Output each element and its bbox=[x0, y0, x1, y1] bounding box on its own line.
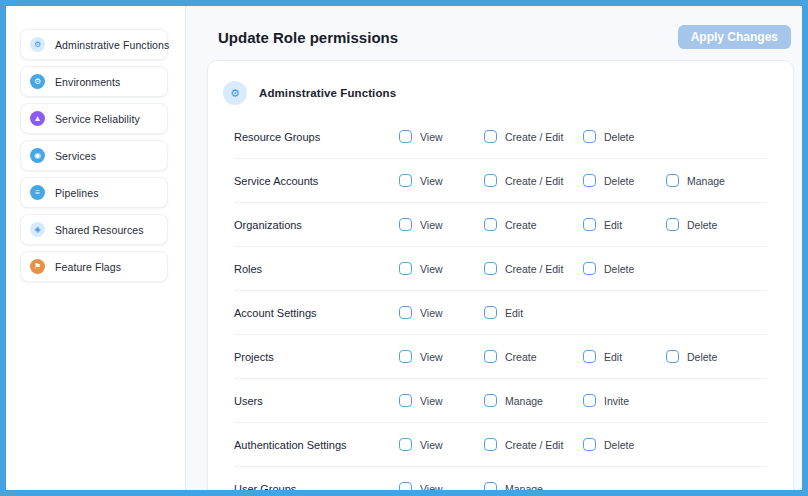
sidebar-item-environments[interactable]: ⚙ Environments bbox=[20, 66, 168, 97]
checkbox-label: View bbox=[420, 263, 443, 275]
checkbox-user-groups-view[interactable] bbox=[399, 482, 412, 495]
checkbox-label: Delete bbox=[604, 439, 634, 451]
permission-option: Edit bbox=[583, 350, 666, 363]
checkbox-projects-edit[interactable] bbox=[583, 350, 596, 363]
checkbox-roles-delete[interactable] bbox=[583, 262, 596, 275]
environments-icon: ⚙ bbox=[30, 74, 45, 89]
checkbox-resource-groups-delete[interactable] bbox=[583, 130, 596, 143]
checkbox-resource-groups-create-edit[interactable] bbox=[484, 130, 497, 143]
checkbox-authentication-settings-view[interactable] bbox=[399, 438, 412, 451]
checkbox-label: Delete bbox=[687, 219, 717, 231]
checkbox-users-invite[interactable] bbox=[583, 394, 596, 407]
apply-changes-button[interactable]: Apply Changes bbox=[678, 25, 791, 49]
checkbox-account-settings-view[interactable] bbox=[399, 306, 412, 319]
checkbox-label: Delete bbox=[604, 175, 634, 187]
permissions-card: ⚙ Adminstrative Functions Resource Group… bbox=[207, 60, 794, 496]
checkbox-organizations-create[interactable] bbox=[484, 218, 497, 231]
checkbox-label: Create bbox=[505, 219, 537, 231]
permission-option: View bbox=[399, 394, 484, 407]
permission-row-label: Service Accounts bbox=[234, 175, 399, 187]
permission-row-label: Projects bbox=[234, 351, 399, 363]
permission-option: Create / Edit bbox=[484, 174, 583, 187]
checkbox-label: Invite bbox=[604, 395, 629, 407]
checkbox-service-accounts-manage[interactable] bbox=[666, 174, 679, 187]
checkbox-label: Delete bbox=[604, 263, 634, 275]
checkbox-resource-groups-view[interactable] bbox=[399, 130, 412, 143]
checkbox-label: View bbox=[420, 351, 443, 363]
checkbox-organizations-delete[interactable] bbox=[666, 218, 679, 231]
permission-option: Create bbox=[484, 350, 583, 363]
permission-option: Create / Edit bbox=[484, 262, 583, 275]
sidebar-item-service-reliability[interactable]: ▲ Service Reliability bbox=[20, 103, 168, 134]
permission-row-authentication-settings: Authentication Settings View Create / Ed… bbox=[234, 423, 767, 467]
permission-row-projects: Projects View Create Edit Delete bbox=[234, 335, 767, 379]
app-window: ⚙ Adminstrative Functions ⚙ Environments… bbox=[0, 0, 808, 496]
checkbox-projects-create[interactable] bbox=[484, 350, 497, 363]
checkbox-users-manage[interactable] bbox=[484, 394, 497, 407]
permission-option: Delete bbox=[583, 438, 666, 451]
permission-option: View bbox=[399, 262, 484, 275]
permission-row-account-settings: Account Settings View Edit bbox=[234, 291, 767, 335]
checkbox-account-settings-edit[interactable] bbox=[484, 306, 497, 319]
sidebar-item-label: Shared Resources bbox=[55, 224, 144, 236]
permission-option: View bbox=[399, 350, 484, 363]
permission-option: Delete bbox=[666, 218, 767, 231]
permission-option: Edit bbox=[484, 306, 583, 319]
pipelines-icon: ≡ bbox=[30, 185, 45, 200]
checkbox-label: View bbox=[420, 307, 443, 319]
sidebar-item-feature-flags[interactable]: ⚑ Feature Flags bbox=[20, 251, 168, 282]
checkbox-label: Manage bbox=[505, 395, 543, 407]
checkbox-projects-delete[interactable] bbox=[666, 350, 679, 363]
checkbox-service-accounts-create-edit[interactable] bbox=[484, 174, 497, 187]
permission-option: View bbox=[399, 130, 484, 143]
page-title: Update Role permissions bbox=[218, 29, 398, 46]
checkbox-service-accounts-delete[interactable] bbox=[583, 174, 596, 187]
sidebar-item-adminstrative-functions[interactable]: ⚙ Adminstrative Functions bbox=[20, 29, 168, 60]
permission-option: Create / Edit bbox=[484, 438, 583, 451]
sidebar-item-services[interactable]: ◉ Services bbox=[20, 140, 168, 171]
permission-option: Invite bbox=[583, 394, 666, 407]
checkbox-organizations-edit[interactable] bbox=[583, 218, 596, 231]
sidebar-item-label: Service Reliability bbox=[55, 113, 140, 125]
checkbox-organizations-view[interactable] bbox=[399, 218, 412, 231]
permissions-card-header: ⚙ Adminstrative Functions bbox=[223, 81, 767, 105]
checkbox-label: Delete bbox=[604, 131, 634, 143]
sidebar-item-label: Adminstrative Functions bbox=[55, 39, 169, 51]
checkbox-label: Edit bbox=[604, 351, 622, 363]
checkbox-service-accounts-view[interactable] bbox=[399, 174, 412, 187]
permission-row-label: Authentication Settings bbox=[234, 439, 399, 451]
permission-row-organizations: Organizations View Create Edit Delete bbox=[234, 203, 767, 247]
permission-row-label: Organizations bbox=[234, 219, 399, 231]
sidebar-list: ⚙ Adminstrative Functions ⚙ Environments… bbox=[6, 29, 185, 282]
checkbox-label: Edit bbox=[604, 219, 622, 231]
sidebar-item-label: Environments bbox=[55, 76, 120, 88]
permission-option: View bbox=[399, 438, 484, 451]
sidebar-item-shared-resources[interactable]: ◈ Shared Resources bbox=[20, 214, 168, 245]
sidebar-item-label: Pipelines bbox=[55, 187, 99, 199]
permission-row-label: Resource Groups bbox=[234, 131, 399, 143]
checkbox-label: Create / Edit bbox=[505, 175, 563, 187]
permission-row-roles: Roles View Create / Edit Delete bbox=[234, 247, 767, 291]
permission-option: Manage bbox=[484, 482, 583, 495]
checkbox-label: Create / Edit bbox=[505, 439, 563, 451]
permission-row-label: Account Settings bbox=[234, 307, 399, 319]
checkbox-label: Edit bbox=[505, 307, 523, 319]
permission-row-users: Users View Manage Invite bbox=[234, 379, 767, 423]
service-reliability-icon: ▲ bbox=[30, 111, 45, 126]
main-content: Update Role permissions Apply Changes ⚙ … bbox=[186, 6, 802, 490]
checkbox-projects-view[interactable] bbox=[399, 350, 412, 363]
checkbox-label: Manage bbox=[687, 175, 725, 187]
permission-row-resource-groups: Resource Groups View Create / Edit Delet… bbox=[234, 115, 767, 159]
sidebar-item-pipelines[interactable]: ≡ Pipelines bbox=[20, 177, 168, 208]
permission-option: Delete bbox=[583, 130, 666, 143]
checkbox-authentication-settings-create-edit[interactable] bbox=[484, 438, 497, 451]
gear-icon: ⚙ bbox=[30, 37, 45, 52]
checkbox-label: View bbox=[420, 483, 443, 495]
permissions-card-title: Adminstrative Functions bbox=[259, 87, 396, 99]
checkbox-roles-view[interactable] bbox=[399, 262, 412, 275]
checkbox-user-groups-manage[interactable] bbox=[484, 482, 497, 495]
checkbox-authentication-settings-delete[interactable] bbox=[583, 438, 596, 451]
permission-option: Manage bbox=[666, 174, 767, 187]
checkbox-users-view[interactable] bbox=[399, 394, 412, 407]
checkbox-roles-create-edit[interactable] bbox=[484, 262, 497, 275]
